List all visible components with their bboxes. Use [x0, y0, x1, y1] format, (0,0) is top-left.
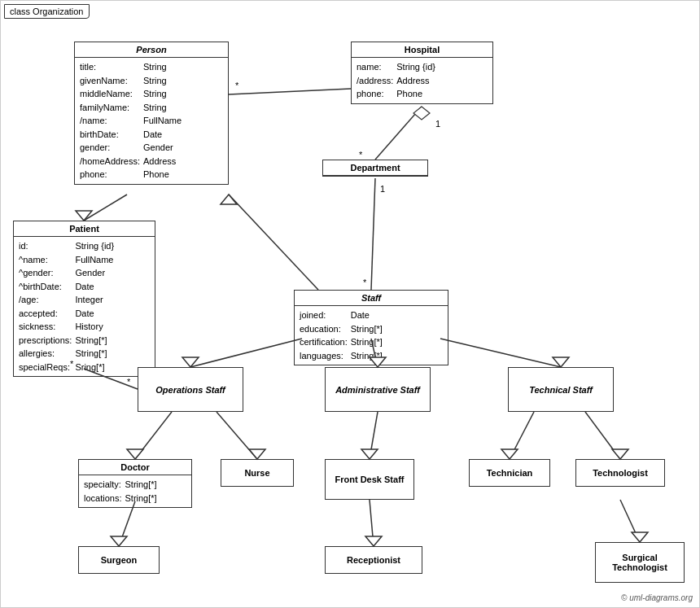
technician-class: Technician [469, 459, 550, 487]
doctor-title: Doctor [79, 460, 191, 475]
svg-line-30 [585, 412, 620, 459]
svg-line-28 [510, 412, 534, 459]
svg-text:1: 1 [435, 119, 440, 129]
svg-line-9 [84, 195, 127, 221]
front-desk-staff-title: Front Desk Staff [335, 475, 405, 484]
staff-title: Staff [295, 291, 448, 306]
hospital-class: Hospital name:String {id} /address:Addre… [351, 42, 493, 104]
svg-marker-25 [249, 449, 265, 459]
svg-marker-21 [553, 357, 569, 367]
operations-staff-class: Operations Staff [138, 367, 243, 412]
nurse-class: Nurse [221, 459, 294, 487]
technician-title: Technician [487, 468, 533, 478]
svg-line-16 [190, 339, 302, 367]
svg-marker-31 [612, 449, 628, 459]
receptionist-title: Receptionist [347, 555, 400, 565]
receptionist-class: Receptionist [325, 546, 422, 574]
diagram-container: class Organization Person title:String g… [0, 0, 700, 608]
hospital-title: Hospital [352, 42, 492, 58]
technologist-class: Technologist [575, 459, 665, 487]
svg-marker-33 [111, 536, 127, 546]
svg-text:*: * [363, 278, 367, 287]
svg-line-4 [371, 178, 375, 290]
svg-marker-12 [221, 195, 237, 204]
svg-text:*: * [359, 150, 363, 160]
person-attrs: title:String givenName:String middleName… [75, 58, 228, 184]
department-class: Department [322, 160, 428, 177]
doctor-class: Doctor specialty:String[*] locations:Str… [78, 459, 192, 508]
surgeon-class: Surgeon [78, 546, 160, 574]
svg-text:*: * [127, 377, 131, 387]
surgeon-title: Surgeon [101, 555, 138, 565]
svg-line-11 [229, 195, 318, 290]
operations-staff-title: Operations Staff [155, 385, 225, 395]
nurse-title: Nurse [244, 468, 269, 478]
svg-marker-35 [365, 536, 382, 546]
svg-marker-27 [361, 449, 378, 459]
svg-marker-23 [127, 449, 143, 459]
svg-marker-17 [182, 357, 199, 367]
svg-text:*: * [235, 81, 239, 90]
doctor-attrs: specialty:String[*] locations:String[*] [79, 475, 191, 507]
svg-marker-10 [76, 211, 92, 221]
svg-marker-1 [413, 107, 430, 120]
svg-line-36 [620, 500, 640, 542]
svg-line-0 [375, 107, 422, 160]
patient-attrs: id:String {id} ^name:FullName ^gender:Ge… [14, 237, 155, 376]
svg-line-20 [440, 339, 561, 367]
svg-line-26 [370, 412, 378, 459]
person-class: Person title:String givenName:String mid… [74, 42, 229, 185]
staff-class: Staff joined:Date education:String[*] ce… [294, 290, 448, 365]
surgical-technologist-title: Surgical Technologist [602, 553, 677, 572]
person-title: Person [75, 42, 228, 58]
svg-marker-37 [632, 532, 648, 542]
administrative-staff-class: Administrative Staff [325, 367, 431, 412]
diagram-title: class Organization [4, 4, 90, 19]
svg-line-7 [229, 89, 351, 94]
svg-line-34 [370, 500, 374, 546]
staff-attrs: joined:Date education:String[*] certific… [295, 306, 448, 365]
svg-text:1: 1 [380, 184, 385, 194]
svg-line-24 [217, 412, 257, 459]
department-title: Department [323, 160, 427, 176]
patient-title: Patient [14, 221, 155, 237]
administrative-staff-title: Administrative Staff [335, 385, 420, 395]
copyright-text: © uml-diagrams.org [621, 593, 693, 602]
svg-line-22 [135, 412, 172, 459]
technical-staff-title: Technical Staff [529, 385, 593, 395]
surgical-technologist-class: Surgical Technologist [595, 542, 685, 583]
svg-marker-29 [501, 449, 518, 459]
hospital-attrs: name:String {id} /address:Address phone:… [352, 58, 492, 103]
front-desk-staff-class: Front Desk Staff [325, 459, 414, 500]
svg-line-32 [119, 501, 135, 546]
patient-class: Patient id:String {id} ^name:FullName ^g… [13, 221, 155, 377]
technologist-title: Technologist [593, 468, 648, 478]
technical-staff-class: Technical Staff [508, 367, 614, 412]
